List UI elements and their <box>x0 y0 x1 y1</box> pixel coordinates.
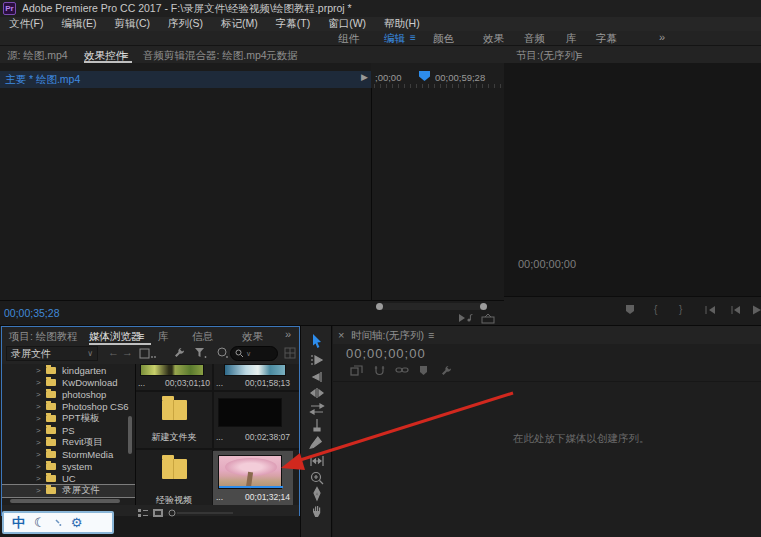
timeline-marker-icon[interactable] <box>418 365 429 378</box>
filter-funnel-icon[interactable] <box>194 347 208 361</box>
timeline-settings-wrench-icon[interactable] <box>440 365 453 380</box>
workspace-tab-titles[interactable]: 字幕 <box>596 32 617 46</box>
add-marker-icon[interactable] <box>624 304 636 317</box>
menu-marker[interactable]: 标记(M) <box>212 17 267 31</box>
tab-project[interactable]: 项目: 绘图教程 <box>9 330 78 344</box>
chevron-right-icon[interactable]: > <box>36 390 44 399</box>
tool-ripple-edit[interactable] <box>308 369 326 385</box>
clip-caption-4[interactable]: ... 00;01;32;14 <box>214 492 292 502</box>
tool-rate-stretch[interactable] <box>308 401 326 417</box>
menu-clip[interactable]: 剪辑(C) <box>105 17 159 31</box>
forward-icon[interactable]: → <box>122 346 133 358</box>
clip-thumbnail-2[interactable] <box>224 364 286 376</box>
menu-sequence[interactable]: 序列(S) <box>159 17 212 31</box>
tree-item-kindgarten[interactable]: >kindgarten <box>2 364 135 376</box>
workspace-menu-icon[interactable]: ≡ <box>410 32 416 43</box>
menu-title[interactable]: 字幕(T) <box>267 17 319 31</box>
fx-playhead[interactable] <box>419 71 430 81</box>
thumbnail-scrub-bar[interactable] <box>219 486 283 488</box>
tab-media-browser[interactable]: 媒体浏览器 <box>89 330 142 344</box>
master-clip-row[interactable]: 主要 * 绘图.mp4 <box>0 71 371 88</box>
tool-razor[interactable] <box>308 417 326 433</box>
menu-edit[interactable]: 编辑(E) <box>52 17 105 31</box>
go-to-in-icon[interactable] <box>704 305 718 317</box>
scrollbar-left-knob[interactable] <box>376 303 383 310</box>
chevron-right-icon[interactable]: > <box>36 450 44 459</box>
folder-item-experience[interactable] <box>162 459 187 479</box>
fx-zoom-scrollbar[interactable] <box>376 303 487 310</box>
workspace-overflow-icon[interactable]: » <box>659 31 665 43</box>
tree-item-revit[interactable]: >Revit项目 <box>2 437 135 449</box>
project-overflow-icon[interactable]: » <box>285 328 291 340</box>
ime-bar[interactable]: 中 ☾ ⚙ <box>2 511 114 534</box>
tree-item-photoshop-cs6[interactable]: >Photoshop CS6 <box>2 400 135 412</box>
scrollbar-right-knob[interactable] <box>480 303 487 310</box>
play-audio-icon[interactable] <box>458 313 474 325</box>
tool-hand[interactable] <box>308 503 326 519</box>
play-icon[interactable] <box>752 305 761 317</box>
ime-mode-button[interactable]: 中 <box>12 514 25 532</box>
tree-item-ps[interactable]: >PS <box>2 424 135 436</box>
menu-help[interactable]: 帮助(H) <box>375 17 429 31</box>
menu-file[interactable]: 文件(F) <box>0 17 52 31</box>
tool-hand-pan[interactable] <box>308 470 326 486</box>
clip-caption-1[interactable]: ... 00;03;01;10 <box>136 378 212 388</box>
menu-window[interactable]: 窗口(W) <box>319 17 375 31</box>
ime-moon-icon[interactable]: ☾ <box>34 515 46 530</box>
chevron-right-icon[interactable]: > <box>36 462 44 471</box>
tab-info[interactable]: 信息 <box>192 330 213 344</box>
settings-wrench-icon[interactable] <box>173 347 186 362</box>
ingest-settings-icon[interactable] <box>216 347 229 361</box>
tab-effects[interactable]: 效果 <box>242 330 263 344</box>
tool-pen[interactable] <box>308 486 326 502</box>
chevron-right-icon[interactable]: > <box>36 486 44 495</box>
tool-slide[interactable] <box>308 453 326 469</box>
chevron-right-icon[interactable]: > <box>36 378 44 387</box>
tool-rolling-edit[interactable] <box>308 385 326 401</box>
icon-view-icon[interactable] <box>153 507 163 519</box>
workspace-tab-effects[interactable]: 效果 <box>483 32 504 46</box>
ime-settings-gear-icon[interactable]: ⚙ <box>71 515 83 530</box>
tab-libraries[interactable]: 库 <box>158 330 169 344</box>
mark-in-icon[interactable]: { <box>654 304 657 315</box>
workspace-tab-audio[interactable]: 音频 <box>524 32 545 46</box>
tree-item-stormmedia[interactable]: >StormMedia <box>2 449 135 461</box>
snap-magnet-icon[interactable] <box>373 365 386 378</box>
clip-caption-3[interactable]: ... 00;02;38;07 <box>214 432 292 442</box>
media-browser-menu-icon[interactable]: ≡ <box>138 330 144 342</box>
ime-tool-icon[interactable] <box>55 517 62 529</box>
tab-audio-clip-mixer[interactable]: 音频剪辑混合器: 绘图.mp4 <box>143 49 267 63</box>
directory-viewers-icon[interactable] <box>139 348 157 361</box>
clip-thumbnail-4-selected[interactable] <box>218 455 282 489</box>
tree-horizontal-scrollbar[interactable] <box>10 499 120 503</box>
tab-timeline[interactable]: 时间轴:(无序列) <box>351 329 424 343</box>
workspace-tab-color[interactable]: 颜色 <box>433 32 454 46</box>
tree-vertical-scrollbar[interactable] <box>128 416 132 454</box>
back-icon[interactable]: ← <box>108 346 119 358</box>
chevron-right-icon[interactable]: > <box>36 438 44 447</box>
clip-thumbnail-1[interactable] <box>140 364 204 376</box>
step-back-icon[interactable] <box>730 305 742 317</box>
timeline-timecode[interactable]: 00;00;00;00 <box>346 346 426 361</box>
search-input[interactable]: ∨ <box>230 346 278 361</box>
effect-controls-menu-icon[interactable]: ≡ <box>122 49 128 61</box>
tree-item-photoshop[interactable]: >photoshop <box>2 388 135 400</box>
mark-out-icon[interactable]: } <box>679 304 682 315</box>
linked-selection-icon[interactable] <box>395 365 409 377</box>
tree-item-system[interactable]: >system <box>2 461 135 473</box>
chevron-right-icon[interactable]: > <box>36 426 44 435</box>
workspace-tab-assembly[interactable]: 组件 <box>338 32 359 46</box>
tab-program-monitor[interactable]: 节目:(无序列) <box>516 49 578 63</box>
timeline-menu-icon[interactable]: ≡ <box>428 329 434 341</box>
nest-sequence-icon[interactable] <box>350 365 363 378</box>
panel-grid-icon[interactable] <box>284 347 296 361</box>
clip-caption-2[interactable]: ... 00;01;58;13 <box>214 378 292 388</box>
workspace-tab-libraries[interactable]: 库 <box>566 32 577 46</box>
fx-expand-icon[interactable]: ▶ <box>361 72 368 82</box>
workspace-tab-editing[interactable]: 编辑 <box>384 32 405 46</box>
tree-item-ppt-template[interactable]: >PPT模板 <box>2 412 135 424</box>
tree-item-kwdownload[interactable]: >KwDownload <box>2 376 135 388</box>
location-dropdown[interactable]: 录屏文件 ∨ <box>6 346 98 361</box>
list-view-icon[interactable] <box>138 507 148 519</box>
chevron-right-icon[interactable]: > <box>36 474 44 483</box>
